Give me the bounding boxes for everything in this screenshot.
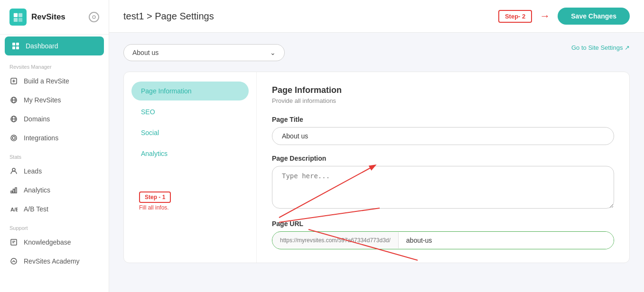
svg-rect-7 [12,46,15,49]
svg-rect-6 [16,43,19,46]
page-description-textarea[interactable] [272,166,614,209]
ab-test-icon: A/B [9,205,18,213]
svg-point-19 [11,135,17,141]
page-description-label: Page Description [272,155,614,162]
sidebar-item-analytics-label: Analytics [24,186,50,194]
sidebar-item-revsites-academy[interactable]: RevSites Academy [0,252,109,271]
sidebar-item-leads[interactable]: Leads [0,162,109,181]
svg-text:A/B: A/B [10,207,18,212]
arrow-right-icon: → [540,10,550,22]
revsites-icon [9,96,18,104]
svg-rect-23 [15,188,17,193]
page-url-label: Page URL [272,220,614,228]
page-title-input[interactable] [272,127,614,145]
url-slug-input[interactable] [399,232,614,249]
svg-rect-25 [11,239,17,245]
sidebar: RevSites Dashboard Revsites Manager Buil… [0,0,109,292]
svg-point-20 [12,168,15,171]
sidebar-item-ab-test[interactable]: A/B A/B Test [0,200,109,219]
svg-rect-22 [13,189,15,193]
step2-badge: Step- 2 [498,10,532,23]
sidebar-item-knowledgebase-label: Knowledgebase [24,238,71,246]
sidebar-section-stats: Stats [0,147,109,162]
svg-rect-3 [19,18,22,22]
svg-rect-2 [14,18,18,22]
sidebar-item-integrations-label: Integrations [24,134,58,142]
logo-area: RevSites [0,0,109,35]
step1-annotation-area: Step - 1 Fill all infos. [131,187,249,216]
page-dropdown-value: About us [132,49,159,56]
logo-icon [9,9,27,26]
sidebar-section-manager: Revsites Manager [0,57,109,72]
svg-rect-5 [12,43,15,46]
sidebar-item-analytics[interactable]: Analytics [0,181,109,200]
sidebar-item-build-label: Build a RevSite [24,77,69,85]
tab-page-information[interactable]: Page Information [131,82,249,100]
sidebar-item-dashboard[interactable]: Dashboard [5,36,104,55]
right-panel-form: Page Information Provide all information… [257,72,629,263]
knowledgebase-icon [9,238,18,246]
integrations-icon [9,134,18,142]
svg-point-18 [12,137,15,139]
header-actions: Step- 2 → Save Changes [498,8,630,25]
save-changes-button[interactable]: Save Changes [558,8,630,25]
sidebar-item-dashboard-label: Dashboard [26,42,58,50]
page-selector-dropdown[interactable]: About us ⌄ [123,44,285,61]
sidebar-item-revsites-label: My RevSites [24,96,61,104]
build-icon [9,77,18,85]
page-url-field: https://myrevsites.com/597a67334d773d3d/ [272,231,614,249]
sidebar-item-leads-label: Leads [24,167,42,175]
app-name: RevSites [31,12,65,22]
page-title: test1 > Page Settings [123,11,214,22]
sidebar-item-knowledgebase[interactable]: Knowledgebase [0,233,109,252]
sidebar-item-integrations[interactable]: Integrations [0,128,109,147]
academy-icon [9,257,18,265]
header: test1 > Page Settings Step- 2 → Save Cha… [109,0,644,33]
content-area: Go to Site Settings ↗ About us ⌄ Page In… [109,33,644,292]
panel-subtitle: Provide all informations [272,97,614,104]
svg-rect-8 [16,46,19,49]
svg-rect-1 [19,13,22,17]
sidebar-item-ab-test-label: A/B Test [24,205,48,213]
tab-analytics[interactable]: Analytics [131,144,249,163]
page-title-label: Page Title [272,116,614,123]
left-panel-tabs: Page Information SEO Social Analytics St… [124,72,257,263]
panel-title: Page Information [272,85,614,95]
sidebar-section-support: Support [0,219,109,233]
step1-badge: Step - 1 [139,192,171,203]
leads-icon [9,167,18,175]
chevron-down-icon: ⌄ [270,49,276,56]
settings-circle-icon[interactable] [89,12,99,22]
svg-point-4 [93,16,95,18]
settings-panel: Page Information SEO Social Analytics St… [123,72,630,263]
analytics-icon [9,186,18,194]
tab-seo[interactable]: SEO [131,102,249,121]
sidebar-item-my-revsites[interactable]: My RevSites [0,91,109,110]
step1-fill-text: Fill all infos. [139,204,169,211]
sidebar-item-academy-label: RevSites Academy [24,257,80,265]
sidebar-item-domains-label: Domains [24,115,50,123]
domains-icon [9,115,18,123]
main-content: test1 > Page Settings Step- 2 → Save Cha… [109,0,644,292]
sidebar-item-domains[interactable]: Domains [0,110,109,128]
svg-rect-21 [11,191,12,193]
dashboard-icon [11,42,20,50]
tab-social[interactable]: Social [131,123,249,142]
sidebar-item-build-revsite[interactable]: Build a RevSite [0,72,109,91]
url-prefix: https://myrevsites.com/597a67334d773d3d/ [272,232,399,248]
go-to-site-settings-link[interactable]: Go to Site Settings ↗ [571,44,630,51]
svg-rect-0 [14,13,18,17]
